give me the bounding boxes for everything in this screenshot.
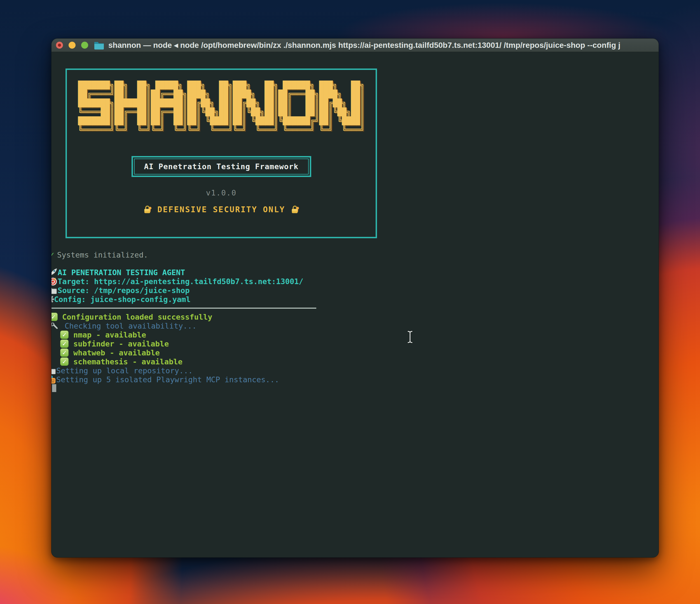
framework-title-box: AI Penetration Testing Framework (131, 156, 311, 177)
security-notice: DEFENSIVE SECURITY ONLY (67, 205, 376, 214)
close-button[interactable] (56, 42, 63, 49)
section-divider (51, 308, 316, 309)
terminal-block-cursor (52, 384, 56, 392)
terminal-line-text: Config: juice-shop-config.yaml (54, 295, 191, 304)
check-badge-icon: ✓ (60, 357, 69, 366)
terminal-line: Target: https://ai-pentesting.tailfd50b7… (51, 277, 658, 286)
masks-icon (51, 375, 56, 384)
terminal-line-text: Configuration loaded successfully (62, 313, 212, 321)
terminal-line: Config: juice-shop-config.yaml (51, 295, 658, 304)
check-badge-icon: ✓ (60, 348, 69, 357)
terminal-line: Source: /tmp/repos/juice-shop (51, 286, 658, 295)
check-badge-icon: ✓ (60, 331, 69, 339)
terminal-line-text: Setting up local repository... (56, 366, 193, 375)
terminal-line: ✓ whatweb - available (51, 348, 658, 357)
terminal-line-text: Systems initialized. (57, 251, 148, 259)
check-badge-icon: ✓ (51, 313, 58, 321)
traffic-lights (56, 42, 88, 49)
terminal-window[interactable]: shannon — node ◂ node /opt/homebrew/bin/… (51, 38, 659, 558)
terminal-line-text: whatweb - available (73, 348, 160, 357)
terminal-line: ✓ nmap - available (51, 330, 658, 339)
desktop-wallpaper: shannon — node ◂ node /opt/homebrew/bin/… (0, 0, 700, 604)
folder-icon (94, 41, 104, 50)
lock-icon (143, 205, 152, 214)
lock-icon (290, 205, 300, 214)
target-icon (51, 276, 58, 286)
text-ibeam-cursor (406, 330, 414, 345)
version-label: v1.0.0 (67, 188, 376, 197)
folder-icon (51, 366, 56, 375)
zoom-button[interactable] (81, 42, 88, 49)
wrench-icon (51, 321, 58, 330)
window-titlebar[interactable]: shannon — node ◂ node /opt/homebrew/bin/… (51, 38, 658, 52)
terminal-line-text: Setting up 5 isolated Playwright MCP ins… (56, 375, 279, 384)
framework-title: AI Penetration Testing Framework (134, 159, 308, 175)
terminal-line-text: nmap - available (73, 331, 146, 339)
terminal-line-text: Target: https://ai-pentesting.tailfd50b7… (58, 277, 303, 286)
terminal-line-text: Source: /tmp/repos/juice-shop (58, 286, 190, 295)
terminal-line: AI PENETRATION TESTING AGENT (51, 268, 658, 277)
shannon-ascii-logo: ███████╗██╗ ██╗ █████╗ ███╗ ██╗███╗ ██╗ … (67, 81, 376, 134)
terminal-line: ✓ schemathesis - available (51, 357, 658, 366)
terminal-line: ✓ Systems initialized. (51, 250, 658, 259)
security-notice-text: DEFENSIVE SECURITY ONLY (157, 205, 285, 214)
terminal-line: Checking tool availability... (51, 321, 658, 330)
terminal-line-text: Checking tool availability... (65, 321, 197, 330)
minimize-button[interactable] (69, 42, 76, 49)
rocket-icon (51, 267, 58, 278)
ascii-art-text: ███████╗██╗ ██╗ █████╗ ███╗ ██╗███╗ ██╗ … (78, 81, 365, 134)
terminal-line: Setting up local repository... (51, 366, 658, 375)
terminal-line: ✓ Configuration loaded successfully (51, 312, 658, 321)
shannon-banner-box: ███████╗██╗ ██╗ █████╗ ███╗ ██╗███╗ ██╗ … (66, 69, 377, 238)
terminal-line-text: subfinder - available (73, 339, 169, 348)
folder-icon (51, 286, 57, 295)
window-title: shannon — node ◂ node /opt/homebrew/bin/… (108, 41, 654, 50)
terminal-line-text: AI PENETRATION TESTING AGENT (58, 268, 185, 277)
terminal-line: Setting up 5 isolated Playwright MCP ins… (51, 375, 658, 384)
terminal-line-text: schemathesis - available (73, 357, 182, 366)
terminal-line: ✓ subfinder - available (51, 339, 658, 348)
check-badge-icon: ✓ (60, 339, 69, 348)
